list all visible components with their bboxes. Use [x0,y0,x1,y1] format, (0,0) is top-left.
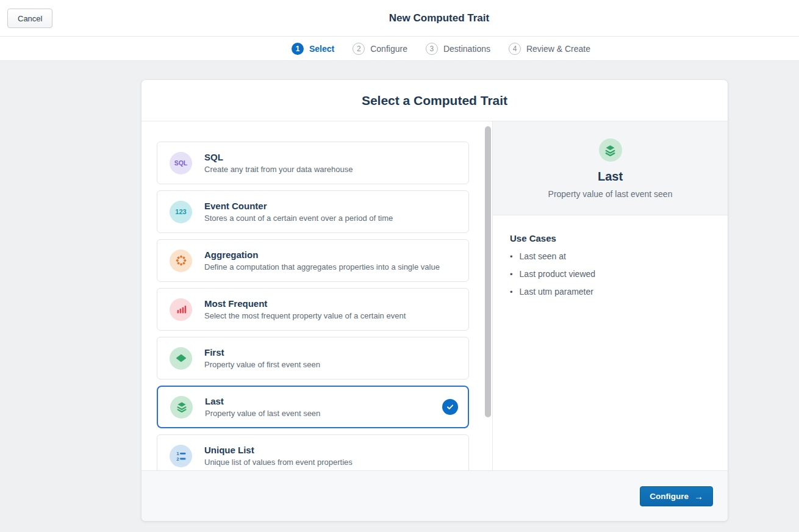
configure-button-label: Configure [650,492,689,501]
trait-option-list: SQL SQL Create any trait from your data … [142,121,484,470]
numbers-123-icon: 123 [170,201,192,223]
step-1-label: Select [309,44,334,54]
step-2-circle: 2 [353,43,365,55]
stepper-bar: 1 Select 2 Configure 3 Destinations 4 Re… [0,37,799,61]
use-cases-section: Use Cases • Last seen at • Last product … [493,215,728,297]
detail-header: Last Property value of last event seen [493,121,728,215]
card-title: Select a Computed Trait [362,93,507,108]
trait-option-unique-list[interactable]: 1 2 Unique List Unique list of values fr… [157,434,469,470]
trait-title: Aggregation [204,250,440,260]
cancel-button[interactable]: Cancel [7,9,52,28]
svg-text:2: 2 [176,456,179,462]
step-configure[interactable]: 2 Configure [353,43,407,55]
layers-icon [599,138,622,162]
use-case-text: Last utm parameter [520,287,593,297]
trait-title: Most Frequent [204,298,406,309]
trait-option-most-frequent[interactable]: Most Frequent Select the most frequent p… [157,288,469,331]
configure-button[interactable]: Configure → [640,486,713,506]
scrollbar-thumb[interactable] [485,126,491,417]
trait-description: Property value of first event seen [204,360,320,369]
use-case-text: Last product viewed [520,269,596,279]
trait-description: Property value of last event seen [205,409,320,418]
bullet-icon: • [510,252,513,261]
step-2-label: Configure [370,44,407,54]
trait-description: Create any trait from your data warehous… [204,165,353,174]
card-header: Select a Computed Trait [142,80,728,121]
trait-title: Unique List [204,445,353,455]
detail-title: Last [598,170,623,184]
selected-check-icon [442,399,458,415]
trait-description: Select the most frequent property value … [204,311,406,320]
trait-description: Define a computation that aggregates pro… [204,262,440,271]
use-cases-title: Use Cases [510,233,715,243]
detail-subtitle: Property value of last event seen [548,189,673,199]
diamond-icon [170,347,192,370]
card-body: SQL SQL Create any trait from your data … [142,121,728,470]
top-bar: Cancel New Computed Trait [0,0,799,37]
trait-title: SQL [204,152,353,162]
step-destinations[interactable]: 3 Destinations [426,43,490,55]
trait-title: Event Counter [204,201,393,211]
sql-badge-icon: SQL [170,152,192,174]
trait-option-sql[interactable]: SQL SQL Create any trait from your data … [157,142,469,184]
trait-option-last[interactable]: Last Property value of last event seen [157,386,469,428]
step-4-circle: 4 [509,43,521,55]
step-3-label: Destinations [443,44,490,54]
use-case-item: • Last utm parameter [510,287,715,297]
step-4-label: Review & Create [526,44,590,54]
bullet-icon: • [510,270,513,279]
page-title: New Computed Trait [389,0,489,37]
step-1-circle: 1 [292,43,304,55]
use-case-text: Last seen at [520,251,566,261]
trait-description: Unique list of values from event propert… [204,458,353,467]
step-review-create[interactable]: 4 Review & Create [509,43,590,55]
select-trait-card: Select a Computed Trait SQL SQL Create a… [142,80,728,521]
trait-description: Stores a count of a certain event over a… [204,214,393,223]
use-case-item: • Last seen at [510,251,715,261]
trait-title: First [204,347,320,358]
card-footer: Configure → [142,470,728,521]
trait-option-first[interactable]: First Property value of first event seen [157,337,469,379]
arrow-right-icon: → [694,491,703,501]
bar-chart-icon [170,298,192,321]
layers-icon [170,396,193,419]
step-select[interactable]: 1 Select [292,43,334,55]
bullet-icon: • [510,287,513,297]
aggregation-burst-icon [170,250,192,272]
stepper-steps: 1 Select 2 Configure 3 Destinations 4 Re… [292,37,590,61]
step-3-circle: 3 [426,43,438,55]
trait-option-event-counter[interactable]: 123 Event Counter Stores a count of a ce… [157,190,469,233]
use-case-item: • Last product viewed [510,269,715,279]
trait-title: Last [205,396,320,406]
trait-option-aggregation[interactable]: Aggregation Define a computation that ag… [157,239,469,282]
trait-detail-panel: Last Property value of last event seen U… [492,121,728,470]
trait-list-scrollbar [484,121,492,470]
numbered-list-icon: 1 2 [170,445,192,467]
